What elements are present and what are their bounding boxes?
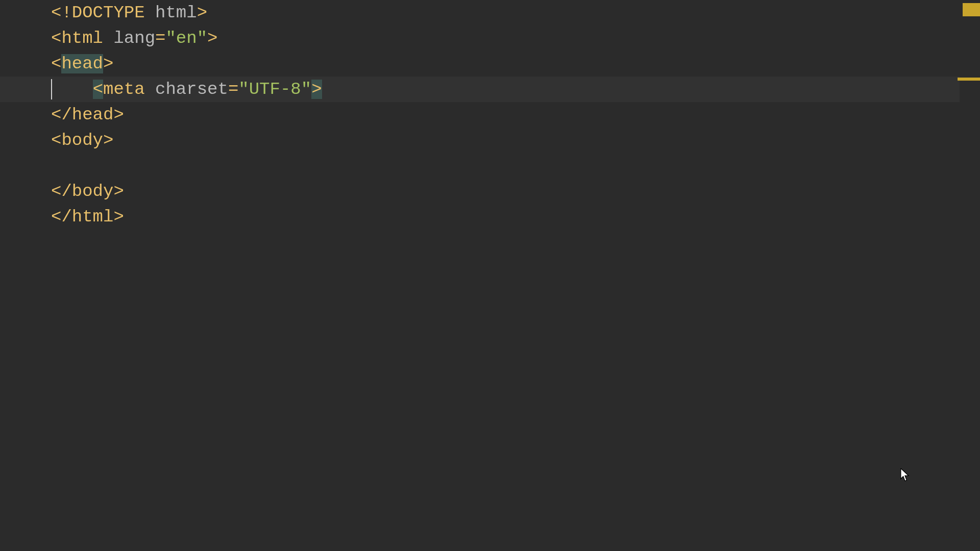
token-punct: > xyxy=(113,182,124,201)
token-attr: lang xyxy=(113,29,155,48)
code-line[interactable]: <head> xyxy=(51,51,960,77)
token-punct: > xyxy=(311,80,322,99)
token-attr: charset xyxy=(155,80,228,99)
code-line[interactable]: </html> xyxy=(51,204,960,230)
code-line[interactable]: <body> xyxy=(51,128,960,153)
token-punct: > xyxy=(207,29,217,48)
token-punct: > xyxy=(103,131,113,150)
code-line[interactable]: </body> xyxy=(51,179,960,204)
scrollbar-marker-current-line xyxy=(958,78,980,81)
token-punct: </ xyxy=(51,207,72,227)
token-punct: > xyxy=(103,54,113,73)
token-punct: < xyxy=(93,80,103,99)
token-punct: </ xyxy=(51,182,72,201)
token-punct: </ xyxy=(51,105,72,124)
token-tag: head xyxy=(61,54,103,73)
token-punct: > xyxy=(113,207,124,227)
token-tag: body xyxy=(61,131,103,150)
token-tag: head xyxy=(72,105,114,124)
token-punct: = xyxy=(155,29,165,48)
token-doctype-word: html xyxy=(155,3,197,22)
indent xyxy=(51,80,93,99)
scrollbar-marker-top xyxy=(963,3,980,16)
token-tag: body xyxy=(72,182,114,201)
token-str: "en" xyxy=(165,29,207,48)
token-doctype: DOCTYPE xyxy=(72,3,155,22)
token-tag: html xyxy=(61,29,113,48)
token-punct: > xyxy=(197,3,207,22)
token-punct: < xyxy=(51,131,61,150)
text-caret xyxy=(51,79,52,99)
token-punct: < xyxy=(51,54,61,73)
code-line[interactable]: <!DOCTYPE html> xyxy=(51,0,960,26)
code-line[interactable]: <html lang="en"> xyxy=(51,26,960,51)
token-punct: > xyxy=(113,105,124,124)
code-area[interactable]: <!DOCTYPE html><html lang="en"><head> <m… xyxy=(51,0,960,551)
token-punct: < xyxy=(51,29,61,48)
token-str: "UTF-8" xyxy=(238,80,311,99)
token-punct: <! xyxy=(51,3,72,22)
code-editor[interactable]: <!DOCTYPE html><html lang="en"><head> <m… xyxy=(0,0,980,551)
code-line[interactable]: </head> xyxy=(51,102,960,128)
code-line[interactable] xyxy=(51,153,960,179)
token-punct: = xyxy=(228,80,238,99)
scrollbar-marker-strip[interactable] xyxy=(960,0,980,551)
token-tag: meta xyxy=(103,80,155,99)
code-line[interactable]: <meta charset="UTF-8"> xyxy=(51,77,960,102)
token-tag: html xyxy=(72,207,114,227)
